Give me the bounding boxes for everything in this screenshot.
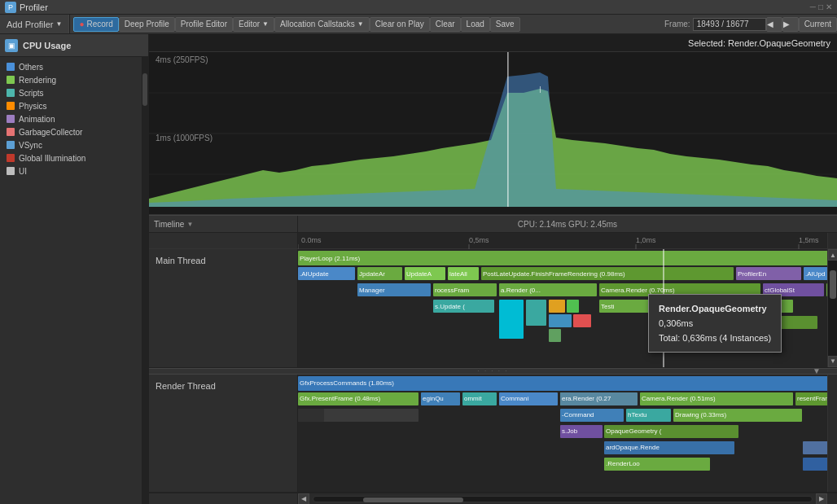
render-textu-bar[interactable]: hTextu [626, 409, 671, 422]
main-supdate-bar[interactable]: s.Update ( [433, 300, 494, 313]
ruler-area: 0.0ms 0,5ms 1,0ms 1,5ms 2,0ms [298, 233, 827, 248]
horizontal-scrollbar: ◀ ▶ [149, 493, 837, 504]
current-button[interactable]: Current [799, 17, 837, 32]
legend: Others Rendering Scripts Physics Animati… [0, 57, 148, 504]
render-thread-label: Render Thread [149, 375, 298, 493]
minimize-btn[interactable]: ─ [810, 2, 816, 11]
prev-frame-button[interactable]: ◀ [766, 17, 782, 32]
legend-item-ui[interactable]: UI [0, 164, 148, 177]
chart-tooltip-values: 0.31ms0.00ms [519, 213, 574, 215]
scroll-up-btn[interactable]: ▲ [828, 249, 837, 261]
render-sjob-bar[interactable]: s.Job [560, 425, 603, 438]
add-profiler-btn[interactable]: Add Profiler ▼ [0, 15, 69, 33]
clear-on-play-button[interactable]: Clear on Play [370, 17, 430, 32]
main-postlate-bar[interactable]: PostLateUpdate.FinishFrameRendering (0.9… [481, 267, 734, 280]
main-update-bar[interactable]: JpdateAr [357, 267, 402, 280]
gc-dot [7, 128, 15, 136]
next-frame-button[interactable]: ▶ [782, 17, 799, 32]
main-aiupd2-bar[interactable]: .AIUpd [804, 267, 827, 280]
save-button[interactable]: Save [490, 17, 520, 32]
main-process-bar[interactable]: rocessFram [433, 283, 497, 296]
legend-item-scripts[interactable]: Scripts [0, 86, 148, 99]
animation-dot [7, 115, 15, 123]
scroll-track[interactable] [828, 261, 837, 356]
legend-item-vsync[interactable]: VSync [0, 138, 148, 151]
scroll-down-btn[interactable]: ▼ [828, 356, 837, 367]
render-carender-bar[interactable]: Camera.Render (0.51ms) [640, 392, 793, 405]
main-small5[interactable] [549, 329, 561, 342]
render-small1[interactable] [803, 441, 827, 454]
timeline-section-label: Timeline ▼ [149, 216, 298, 232]
render-commani-bar[interactable]: Commani [499, 392, 558, 405]
cpu-chart: 4ms (250FPS) 1ms (1000FPS) [149, 52, 837, 215]
others-dot [7, 63, 15, 71]
main-testi-bar[interactable]: Testi [599, 300, 660, 313]
render-present-bar[interactable]: Gfx.PresentFrame (0.48ms) [298, 392, 418, 405]
sidebar-scrollbar[interactable] [142, 57, 148, 504]
render-opaque-bar[interactable]: OpaqueGeometry ( [604, 425, 738, 438]
hscroll-track[interactable] [313, 496, 813, 502]
legend-item-gi[interactable]: Global Illumination [0, 151, 148, 164]
main-small1[interactable] [549, 300, 565, 313]
render-tiny1[interactable] [298, 409, 324, 422]
main-thread-section: Main Thread PlayerLoop (2.11ms) .AIUpdat… [149, 249, 837, 368]
render-begin-bar[interactable]: eginQu [421, 392, 460, 405]
legend-item-others[interactable]: Others [0, 60, 148, 73]
main-small2[interactable] [567, 300, 579, 313]
maximize-btn[interactable]: □ [818, 2, 823, 11]
main-profileren-bar[interactable]: ProfilerEn [736, 267, 801, 280]
main-manag-bar[interactable]: Manag [826, 283, 827, 296]
allocation-callstacks-button[interactable]: Allocation Callstacks ▼ [274, 17, 370, 32]
render-small2[interactable] [803, 458, 827, 471]
main-vert-scroll[interactable]: ▲ ▼ [827, 249, 837, 367]
legend-item-animation[interactable]: Animation [0, 112, 148, 125]
vsync-dot [7, 141, 15, 149]
physics-label: Physics [19, 102, 46, 111]
render-gfxprocess-bar[interactable]: GfxProcessCommands (1.80ms) [298, 376, 827, 391]
profile-editor-button[interactable]: Profile Editor [175, 17, 233, 32]
frame-input[interactable] [693, 18, 766, 31]
chart-mid-label: 1ms (1000FPS) [156, 134, 213, 142]
tooltip-total: Total: 0,636ms (4 Instances) [659, 331, 771, 345]
legend-item-physics[interactable]: Physics [0, 99, 148, 112]
hscroll-left-btn[interactable]: ◀ [298, 493, 309, 505]
main-opaque-bar[interactable]: OpaqueGeometry (( [663, 316, 817, 329]
load-button[interactable]: Load [461, 17, 490, 32]
hscroll-thumb [363, 497, 462, 502]
render-drawing-bar[interactable]: Drawing (0.33ms) [673, 409, 802, 422]
main-carender-bar[interactable]: Camera.Render (0.70ms) [599, 283, 760, 296]
close-btn[interactable]: ✕ [826, 2, 832, 11]
main-teal-bar[interactable] [526, 300, 546, 326]
legend-item-rendering[interactable]: Rendering [0, 73, 148, 86]
render-erarender-bar[interactable]: era.Render (0.27 [560, 392, 638, 405]
render-renderloo-bar[interactable]: .RenderLoo [604, 458, 710, 471]
render-commit-bar[interactable]: ommit [462, 392, 497, 405]
main-manager-bar[interactable]: Manager [357, 283, 431, 296]
main-globalst-bar[interactable]: ctGlobalSt [763, 283, 824, 296]
render-cmd-bar[interactable]: -Command [560, 409, 624, 422]
cpu-chart-svg [149, 52, 837, 207]
scripts-dot [7, 89, 15, 97]
main-playerloop-bar[interactable]: PlayerLoop (2.11ms) [298, 251, 827, 265]
legend-item-gc[interactable]: GarbageCollector [0, 125, 148, 138]
clear-button[interactable]: Clear [430, 17, 461, 32]
main-drawing-bar[interactable]: Drawing (0.38ms) [663, 300, 793, 313]
time-ruler-row: 0.0ms 0,5ms 1,0ms 1,5ms 2,0ms [149, 233, 837, 249]
record-button[interactable]: ● Record [73, 17, 118, 32]
main-ai-bar[interactable]: .AIUpdate [298, 267, 355, 280]
editor-button[interactable]: Editor ▼ [233, 17, 274, 32]
title-bar: P Profiler ─ □ ✕ [0, 0, 837, 15]
resize-handle[interactable]: · · · · · ▼ [149, 368, 837, 375]
main-small3[interactable] [549, 314, 572, 327]
hscroll-right-btn[interactable]: ▶ [816, 493, 827, 505]
deep-profile-button[interactable]: Deep Profile [119, 17, 175, 32]
rendering-label: Rendering [19, 76, 56, 85]
main-lateall-bar[interactable]: lateAll [448, 267, 479, 280]
cpu-usage-label: CPU Usage [23, 41, 71, 50]
render-present2-bar[interactable]: resentFrame (0.2 [795, 392, 827, 405]
render-ardopaque-bar[interactable]: ardOpaque.Rende [604, 441, 734, 454]
main-cyan-bar[interactable] [499, 300, 524, 339]
main-updatea-bar[interactable]: UpdateA [405, 267, 445, 280]
main-arender-bar[interactable]: a.Render (0... [499, 283, 597, 296]
main-small4[interactable] [573, 314, 591, 327]
